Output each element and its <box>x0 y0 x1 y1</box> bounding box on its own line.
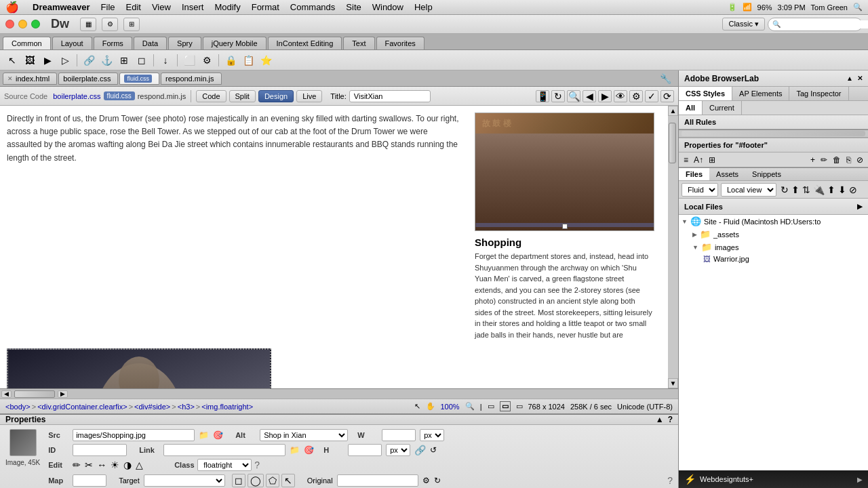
hand-icon-status[interactable]: ✋ <box>426 402 435 411</box>
zoom-in-icon[interactable]: 🔍 <box>465 402 475 411</box>
tab-spry[interactable]: Spry <box>168 37 201 49</box>
validate-icon[interactable]: ✓ <box>645 90 658 102</box>
css-prop-edit-icon[interactable]: ✏ <box>818 155 829 165</box>
map-input[interactable] <box>73 474 106 487</box>
menu-commands[interactable]: Commands <box>290 2 335 12</box>
zoom-value[interactable]: 100% <box>441 403 460 411</box>
scroll-down-arrow[interactable]: ▼ <box>668 378 678 388</box>
file-tab-close-btn[interactable]: ✕ index.html <box>3 73 57 85</box>
tab-layout[interactable]: Layout <box>52 37 92 49</box>
props-help-icon[interactable]: ? <box>667 475 673 486</box>
help-props-icon[interactable]: ? <box>668 415 673 424</box>
classic-button[interactable]: Classic ▾ <box>722 18 765 30</box>
css-prop-trash-icon[interactable]: 🗑 <box>831 155 843 165</box>
device-icon[interactable]: 📱 <box>536 90 549 102</box>
refresh-icon[interactable]: ↻ <box>551 90 565 102</box>
menu-modify[interactable]: Modify <box>214 2 240 12</box>
local-view-dropdown[interactable]: Local view <box>721 183 776 197</box>
tab-files[interactable]: Files <box>679 168 709 180</box>
search-input-titlebar[interactable] <box>783 20 868 28</box>
tab-favorites[interactable]: Favorites <box>376 37 425 49</box>
menu-help[interactable]: Help <box>414 2 433 12</box>
id-input[interactable] <box>73 444 127 456</box>
file-tab-boilerplate[interactable]: boilerplate.css <box>58 73 118 85</box>
menu-site[interactable]: Site <box>346 2 361 12</box>
workflow-icon[interactable]: ⊞ <box>123 18 140 31</box>
css-prop-filter-icon[interactable]: ⊞ <box>707 155 717 165</box>
nav-back-icon[interactable]: ◀ <box>583 90 596 102</box>
scroll-left-arrow[interactable]: ◀ <box>1 390 12 398</box>
search-icon[interactable]: 🔍 <box>853 3 863 12</box>
src-input[interactable] <box>73 429 195 441</box>
cursor-icon[interactable]: ↖ <box>4 53 20 68</box>
original-input[interactable] <box>337 474 418 487</box>
app-name[interactable]: Dreamweaver <box>33 2 90 12</box>
reset-icon[interactable]: ↺ <box>430 445 437 455</box>
css-prop-disable-icon[interactable]: ⊘ <box>854 155 865 165</box>
warrior-image[interactable] <box>7 348 271 388</box>
help-icon[interactable]: ? <box>254 460 260 470</box>
menu-insert[interactable]: Insert <box>182 2 204 12</box>
edit-resample-icon[interactable]: ↔ <box>97 460 106 470</box>
webdesign-expand-icon[interactable]: ▶ <box>857 476 863 483</box>
title-input[interactable] <box>349 90 431 102</box>
class-dropdown[interactable]: floatright <box>197 459 252 471</box>
link-target-icon[interactable]: 🎯 <box>304 445 314 455</box>
vertical-scrollbar[interactable]: ▲ ▼ <box>668 106 678 388</box>
panel-filter-icon[interactable]: 🔧 <box>656 73 675 84</box>
css-prop-duplicate-icon[interactable]: ⎘ <box>844 155 853 165</box>
subtab-all[interactable]: All <box>679 101 703 115</box>
bc-img[interactable]: <img.floatright> <box>201 403 253 411</box>
tab-data[interactable]: Data <box>134 37 167 49</box>
bc-div[interactable]: <div.gridContainer.clearfix> <box>37 403 127 411</box>
tab-incontextediting[interactable]: InContext Editing <box>268 37 342 49</box>
files-sync-icon[interactable]: ⇅ <box>802 184 810 195</box>
src-browse-icon[interactable]: 📁 <box>199 430 209 440</box>
link-browse-icon[interactable]: 📁 <box>290 445 300 455</box>
edit-sharpen-icon[interactable]: △ <box>136 460 143 470</box>
live-view-button[interactable]: Live <box>296 90 322 102</box>
cursor-icon-status[interactable]: ↖ <box>414 402 420 411</box>
tree-warrior-file[interactable]: 🖼 Warrior.jpg <box>679 253 868 264</box>
close-tab-icon[interactable]: ✕ <box>7 75 13 82</box>
poly-map-icon[interactable]: ⬠ <box>266 474 279 487</box>
file-tab-respondjs[interactable]: respond.min.js <box>161 73 222 85</box>
media2-icon[interactable]: ▷ <box>57 53 73 68</box>
tab-text[interactable]: Text <box>343 37 374 49</box>
view-mode-icon2[interactable]: ▭ <box>500 401 511 411</box>
css-prop-category-icon[interactable]: ≡ <box>682 155 690 165</box>
file-tab-fluidcss[interactable]: fluid.css <box>119 73 159 85</box>
src-link-icon[interactable]: 🎯 <box>213 430 223 440</box>
w-input[interactable] <box>382 429 416 441</box>
view-mode-icon3[interactable]: ▭ <box>516 402 523 411</box>
horizontal-scrollbar[interactable]: ◀ ▶ <box>0 388 678 399</box>
tab-tag-inspector[interactable]: Tag Inspector <box>789 87 848 100</box>
site-dropdown[interactable]: Fluid <box>682 183 718 197</box>
arrow-map-icon[interactable]: ↖ <box>281 474 295 487</box>
link-input[interactable] <box>163 444 285 456</box>
subtab-current[interactable]: Current <box>703 101 742 115</box>
original-sync-icon[interactable]: ↻ <box>434 476 441 485</box>
h-scroll-thumb[interactable] <box>14 390 55 398</box>
circle-map-icon[interactable]: ◯ <box>248 474 264 487</box>
tree-site-root[interactable]: ▼ 🌐 Site - Fluid (Macintosh HD:Users:to <box>679 215 868 228</box>
settings-icon[interactable]: ⚙ <box>102 18 118 31</box>
local-files-collapse[interactable]: ▶ <box>857 203 863 210</box>
menu-format[interactable]: Format <box>252 2 279 12</box>
edit-crop-icon[interactable]: ✂ <box>85 460 93 470</box>
behavior-icon[interactable]: ⭐ <box>258 53 274 68</box>
zoom-icon[interactable]: 🔍 <box>567 90 580 102</box>
css-h-scroll[interactable] <box>679 129 868 138</box>
scroll-track[interactable] <box>668 116 678 378</box>
form-icon[interactable]: 📋 <box>240 53 256 68</box>
preview-icon[interactable]: 👁 <box>614 90 627 102</box>
minimize-button[interactable] <box>18 20 27 28</box>
debug-icon[interactable]: ⚙ <box>629 90 643 102</box>
sync-icon[interactable]: ⟳ <box>660 90 674 102</box>
browserlab-close-icon[interactable]: ✕ <box>857 75 863 82</box>
scroll-right-arrow[interactable]: ▶ <box>58 390 68 398</box>
files-refresh-icon[interactable]: ↻ <box>781 184 789 195</box>
split-view-button[interactable]: Split <box>229 90 256 102</box>
layout-toggle-icon[interactable]: ▦ <box>80 18 96 31</box>
menu-window[interactable]: Window <box>372 2 403 12</box>
